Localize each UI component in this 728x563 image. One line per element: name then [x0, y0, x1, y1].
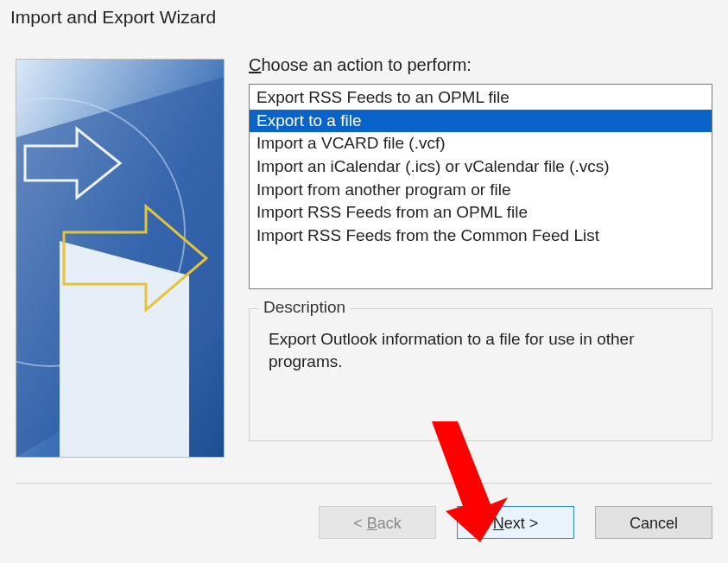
back-prefix: < [353, 515, 367, 532]
back-button[interactable]: < Back [319, 506, 436, 539]
action-label: Choose an action to perform: [249, 55, 712, 75]
action-item[interactable]: Import RSS Feeds from an OPML file [250, 201, 712, 225]
action-item[interactable]: Import RSS Feeds from the Common Feed Li… [250, 225, 712, 248]
action-item[interactable]: Import a VCARD file (.vcf) [250, 132, 712, 155]
description-heading: Description [258, 298, 351, 317]
action-item[interactable]: Import from another program or file [250, 179, 712, 202]
back-hotkey: B [367, 515, 377, 532]
next-button[interactable]: Next > [457, 506, 574, 539]
cancel-button[interactable]: Cancel [595, 506, 712, 539]
description-group: Description Export Outlook information t… [249, 308, 712, 441]
next-hotkey: N [493, 515, 504, 532]
svg-marker-3 [60, 241, 189, 457]
button-bar: < Back Next > Cancel [319, 506, 712, 539]
action-label-hotkey: C [249, 55, 261, 74]
next-rest: ext > [504, 515, 539, 532]
wizard-body: Choose an action to perform: Export RSS … [16, 55, 712, 459]
description-text: Export Outlook information to a file for… [250, 309, 712, 372]
wizard-graphic [16, 59, 225, 458]
actions-listbox[interactable]: Export RSS Feeds to an OPML fileExport t… [249, 84, 712, 289]
main-area: Choose an action to perform: Export RSS … [249, 55, 712, 459]
action-item[interactable]: Export RSS Feeds to an OPML file [250, 86, 712, 110]
window-title: Import and Export Wizard [10, 7, 216, 28]
back-rest: ack [377, 515, 402, 532]
action-label-rest: hoose an action to perform: [261, 55, 471, 74]
separator [16, 483, 712, 484]
action-item[interactable]: Export to a file [250, 110, 712, 133]
action-item[interactable]: Import an iCalendar (.ics) or vCalendar … [250, 155, 712, 179]
